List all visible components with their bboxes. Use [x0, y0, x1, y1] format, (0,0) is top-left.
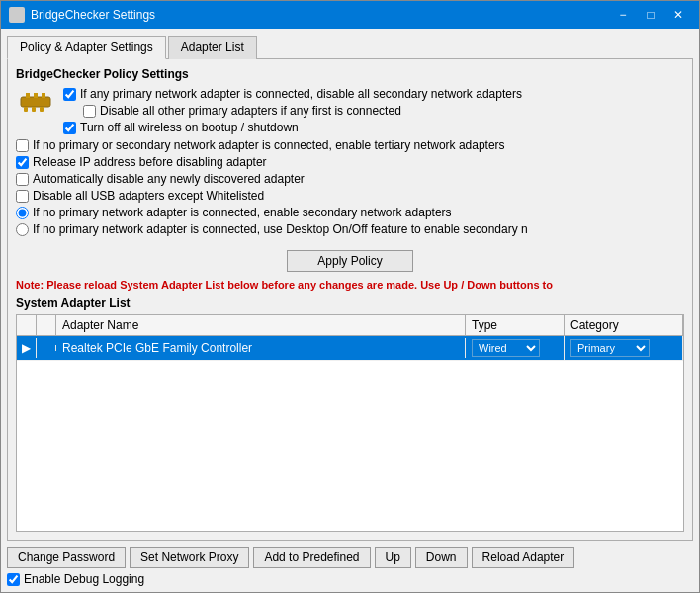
- adapter-icon: [16, 87, 55, 117]
- row-expand-icon: ▶: [17, 338, 37, 358]
- row-checkbox-cell: [37, 345, 56, 351]
- checkbox-1-label: If any primary network adapter is connec…: [80, 87, 522, 101]
- radio-row-1: If no primary network adapter is connect…: [16, 206, 684, 219]
- add-to-predefined-button[interactable]: Add to Predefined: [253, 547, 370, 568]
- radio-2[interactable]: [16, 223, 29, 236]
- window-controls: − □ ✕: [610, 5, 691, 25]
- apply-policy-button[interactable]: Apply Policy: [287, 250, 412, 272]
- tab-content: BridgeChecker Policy Settings: [7, 59, 693, 541]
- adapter-list-title: System Adapter List: [16, 296, 684, 310]
- th-checkbox: [37, 315, 56, 335]
- checkbox-3[interactable]: [63, 122, 76, 134]
- th-type: Type: [466, 315, 565, 335]
- checkbox-row-1: If any primary network adapter is connec…: [63, 87, 684, 101]
- note-text: Note: Please reload System Adapter List …: [16, 278, 684, 293]
- maximize-button[interactable]: □: [638, 5, 663, 25]
- row-type-cell: Wired Wireless USB: [466, 336, 565, 360]
- th-category: Category: [565, 315, 683, 335]
- policy-top: If any primary network adapter is connec…: [16, 87, 684, 134]
- app-icon: [9, 7, 25, 23]
- row-type-select[interactable]: Wired Wireless USB: [472, 339, 540, 357]
- tab-policy-adapter[interactable]: Policy & Adapter Settings: [7, 36, 166, 59]
- svg-rect-2: [34, 93, 38, 98]
- debug-label: Enable Debug Logging: [24, 572, 144, 586]
- checkbox-row-7: Disable all USB adapters except Whitelis…: [16, 189, 684, 203]
- minimize-button[interactable]: −: [610, 5, 636, 25]
- bottom-bar: Change Password Set Network Proxy Add to…: [7, 547, 693, 586]
- set-network-proxy-button[interactable]: Set Network Proxy: [130, 547, 249, 568]
- apply-btn-row: Apply Policy: [16, 250, 684, 272]
- checkbox-6-label: Automatically disable any newly discover…: [33, 172, 305, 186]
- checkbox-5[interactable]: [16, 156, 29, 169]
- checkbox-7-label: Disable all USB adapters except Whitelis…: [33, 189, 264, 203]
- row-category-select[interactable]: Primary Secondary Tertiary Whitelisted: [570, 339, 650, 357]
- radio-2-label: If no primary network adapter is connect…: [33, 222, 528, 236]
- checkbox-6[interactable]: [16, 173, 29, 186]
- svg-rect-0: [21, 97, 50, 107]
- checkbox-5-label: Release IP address before disabling adap…: [33, 155, 267, 169]
- svg-rect-3: [42, 93, 45, 98]
- svg-rect-6: [40, 107, 44, 112]
- down-button[interactable]: Down: [415, 547, 468, 568]
- radio-row-2: If no primary network adapter is connect…: [16, 222, 684, 236]
- change-password-button[interactable]: Change Password: [7, 547, 126, 568]
- up-button[interactable]: Up: [375, 547, 411, 568]
- policy-section-title: BridgeChecker Policy Settings: [16, 67, 684, 81]
- row-adapter-name: Realtek PCIe GbE Family Controller: [56, 338, 466, 358]
- window-title: BridgeChecker Settings: [31, 8, 610, 22]
- checkbox-4[interactable]: [16, 139, 29, 152]
- debug-checkbox[interactable]: [7, 573, 20, 586]
- th-adapter-name: Adapter Name: [56, 315, 466, 335]
- svg-rect-5: [32, 107, 36, 112]
- checkbox-row-6: Automatically disable any newly discover…: [16, 172, 684, 186]
- checkbox-row-4: If no primary or secondary network adapt…: [16, 138, 684, 152]
- reload-adapter-button[interactable]: Reload Adapter: [472, 547, 575, 568]
- radio-1-label: If no primary network adapter is connect…: [33, 206, 452, 219]
- row-category-cell: Primary Secondary Tertiary Whitelisted: [565, 336, 683, 360]
- table-header: Adapter Name Type Category: [17, 315, 683, 336]
- checkbox-4-label: If no primary or secondary network adapt…: [33, 138, 505, 152]
- policy-checkboxes: If any primary network adapter is connec…: [63, 87, 684, 134]
- debug-row: Enable Debug Logging: [7, 572, 693, 586]
- close-button[interactable]: ✕: [665, 5, 691, 25]
- checkbox-row-5: Release IP address before disabling adap…: [16, 155, 684, 169]
- checkbox-2-label: Disable all other primary adapters if an…: [100, 104, 401, 118]
- table-row[interactable]: ▶ Realtek PCIe GbE Family Controller Wir…: [17, 336, 683, 361]
- policy-settings-extra: If no primary or secondary network adapt…: [16, 138, 684, 236]
- svg-rect-1: [26, 93, 30, 98]
- checkbox-2[interactable]: [83, 105, 96, 118]
- adapter-list-section: System Adapter List Adapter Name Type Ca…: [16, 296, 684, 532]
- th-expand: [17, 315, 37, 335]
- svg-rect-4: [24, 107, 28, 112]
- tab-bar: Policy & Adapter Settings Adapter List: [7, 35, 693, 59]
- bottom-buttons: Change Password Set Network Proxy Add to…: [7, 547, 693, 568]
- checkbox-row-3: Turn off all wireless on bootup / shutdo…: [63, 121, 684, 134]
- window-body: Policy & Adapter Settings Adapter List B…: [1, 29, 699, 592]
- table-body: ▶ Realtek PCIe GbE Family Controller Wir…: [17, 336, 683, 531]
- checkbox-1[interactable]: [63, 88, 76, 101]
- adapter-table: Adapter Name Type Category ▶ Realtek PCI…: [16, 314, 684, 532]
- main-window: BridgeChecker Settings − □ ✕ Policy & Ad…: [0, 0, 700, 593]
- title-bar: BridgeChecker Settings − □ ✕: [1, 1, 699, 29]
- tab-adapter-list[interactable]: Adapter List: [168, 36, 257, 59]
- radio-1[interactable]: [16, 207, 29, 219]
- checkbox-3-label: Turn off all wireless on bootup / shutdo…: [80, 121, 299, 134]
- checkbox-row-2: Disable all other primary adapters if an…: [83, 104, 684, 118]
- checkbox-7[interactable]: [16, 190, 29, 203]
